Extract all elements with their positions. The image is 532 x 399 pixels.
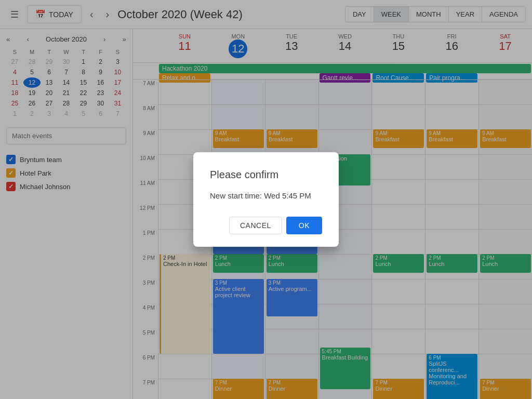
confirm-modal: Please confirm New start time: Wed 5:45 … [193, 152, 339, 247]
cancel-button[interactable]: CANCEL [229, 217, 282, 234]
ok-button[interactable]: OK [286, 217, 322, 234]
modal-title: Please confirm [210, 169, 322, 181]
modal-overlay: Please confirm New start time: Wed 5:45 … [0, 0, 532, 399]
modal-body: New start time: Wed 5:45 PM [210, 191, 322, 200]
modal-actions: CANCEL OK [210, 217, 322, 234]
